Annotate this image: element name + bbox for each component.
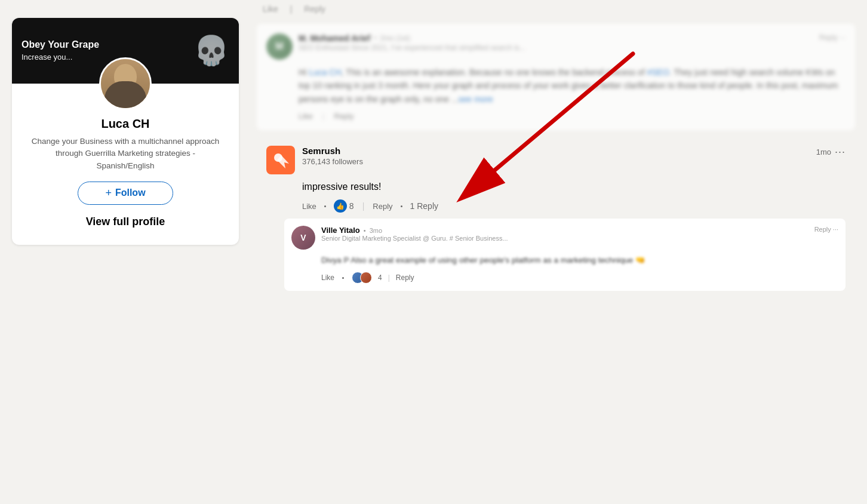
reply-avatar-inner: V bbox=[291, 226, 315, 250]
luca-link[interactable]: Luca CH bbox=[309, 67, 341, 77]
reply-like-btn[interactable]: Like bbox=[321, 273, 334, 282]
comment-header-1: M M. Mohamed Arief • 2mo (1st) SEO Enthu… bbox=[266, 33, 846, 60]
profile-avatar-wrap bbox=[12, 57, 239, 110]
see-more-link[interactable]: see more bbox=[458, 94, 493, 104]
like-count: 👍 8 bbox=[334, 199, 354, 213]
reply-author-line: Ville Yitalo • 3mo bbox=[321, 226, 808, 235]
avatar bbox=[99, 57, 152, 110]
reply-block: V Ville Yitalo • 3mo Senior Digital Mark… bbox=[284, 219, 846, 291]
avatar-body bbox=[104, 81, 146, 108]
semrush-dots[interactable]: ··· bbox=[835, 146, 846, 158]
avatar-green-1: M bbox=[266, 33, 293, 60]
reply-count: 1 Reply bbox=[410, 201, 438, 211]
divider-bar: | bbox=[290, 4, 293, 14]
reply-body: Divya P Also a great example of using ot… bbox=[321, 254, 838, 267]
comment-author-1: M. Mohamed Arief bbox=[299, 33, 370, 43]
like-btn-1[interactable]: Like bbox=[299, 112, 313, 121]
dot-divider-2 bbox=[401, 205, 402, 207]
semrush-reply-btn[interactable]: Reply bbox=[373, 202, 392, 211]
reply-meta: Ville Yitalo • 3mo Senior Digital Market… bbox=[321, 226, 808, 242]
profile-name: Luca CH bbox=[12, 117, 239, 131]
semrush-header: Semrush 376,143 followers 1mo ··· bbox=[266, 146, 846, 174]
semrush-avatar bbox=[266, 146, 295, 174]
reply-time-val: 3mo bbox=[370, 227, 382, 234]
comment-avatar-1: M bbox=[266, 33, 293, 60]
view-profile-link[interactable]: View full profile bbox=[12, 216, 239, 228]
reply-header: V Ville Yitalo • 3mo Senior Digital Mark… bbox=[291, 226, 838, 250]
comment-time-1: • bbox=[374, 34, 376, 42]
sidebar: Obey Your Grape Increase you... 💀 Luca C… bbox=[0, 0, 251, 504]
reply-dot-1 bbox=[342, 277, 344, 279]
feed-top-bar: Like | Reply bbox=[257, 0, 855, 18]
reply-actions: Like 4 | Reply bbox=[321, 272, 838, 284]
semrush-body: impressive results! bbox=[302, 182, 846, 192]
reply-like-icons bbox=[352, 272, 372, 284]
semrush-comment: Semrush 376,143 followers 1mo ··· impres… bbox=[257, 136, 855, 300]
reply-avatar: V bbox=[291, 226, 315, 250]
profile-card: Obey Your Grape Increase you... 💀 Luca C… bbox=[12, 18, 239, 245]
reply-top-btn[interactable]: Reply ··· bbox=[814, 226, 838, 233]
seo-link[interactable]: #SEO bbox=[647, 67, 669, 77]
pipe-divider: | bbox=[362, 201, 365, 211]
semrush-time: 1mo ··· bbox=[816, 146, 846, 158]
comment-author-line-1: M. Mohamed Arief • 2mo (1st) bbox=[299, 33, 813, 43]
feed: Like | Reply M M. Mohamed Arief • 2mo (1… bbox=[251, 0, 867, 504]
mini-avatar-2 bbox=[360, 272, 372, 284]
reply-reply-btn[interactable]: Reply bbox=[396, 273, 414, 282]
avatar-figure bbox=[101, 59, 150, 108]
reply-btn-1[interactable]: Reply bbox=[334, 112, 353, 121]
profile-bio: Change your Business with a multichannel… bbox=[12, 136, 239, 172]
reply-top-label: Reply bbox=[304, 4, 325, 14]
semrush-time-val: 1mo bbox=[816, 147, 831, 156]
semrush-logo-icon bbox=[272, 152, 289, 168]
semrush-name: Semrush bbox=[302, 146, 809, 156]
plus-icon: + bbox=[105, 187, 112, 199]
thumb-icon: 👍 bbox=[334, 199, 347, 213]
follow-button[interactable]: + Follow bbox=[78, 182, 173, 205]
comment-block-1: M M. Mohamed Arief • 2mo (1st) SEO Enthu… bbox=[257, 24, 855, 130]
semrush-followers: 376,143 followers bbox=[302, 157, 809, 166]
comment-meta-1: M. Mohamed Arief • 2mo (1st) SEO Enthusi… bbox=[299, 33, 813, 52]
dot-divider-1 bbox=[324, 205, 326, 207]
reply-author-name: Ville Yitalo bbox=[321, 226, 360, 235]
action-divider-1: | bbox=[322, 112, 324, 121]
reply-subtitle: Senior Digital Marketing Specialist @ Gu… bbox=[321, 235, 808, 242]
like-top-label: Like bbox=[263, 4, 278, 14]
comment-reply-top-1[interactable]: Reply ··· bbox=[819, 33, 846, 42]
reply-time: • bbox=[364, 227, 366, 234]
banner-line1: Obey Your Grape bbox=[21, 39, 99, 51]
comment-time-val-1: 2mo (1st) bbox=[380, 34, 410, 42]
semrush-like-btn[interactable]: Like bbox=[302, 202, 316, 211]
semrush-actions: Like 👍 8 | Reply 1 Reply bbox=[302, 199, 846, 213]
comment-actions-1: Like | Reply bbox=[299, 112, 846, 121]
semrush-meta: Semrush 376,143 followers bbox=[302, 146, 809, 166]
follow-label: Follow bbox=[115, 188, 146, 198]
comment-subtitle-1: SEO Enthusiast Since 2021, I've experien… bbox=[299, 44, 813, 52]
reply-pipe: | bbox=[388, 273, 390, 282]
reply-like-count: 4 bbox=[378, 273, 382, 282]
like-count-val: 8 bbox=[349, 201, 354, 211]
comment-body-1: Hi Luca CH, This is an awesome explanati… bbox=[299, 66, 846, 106]
